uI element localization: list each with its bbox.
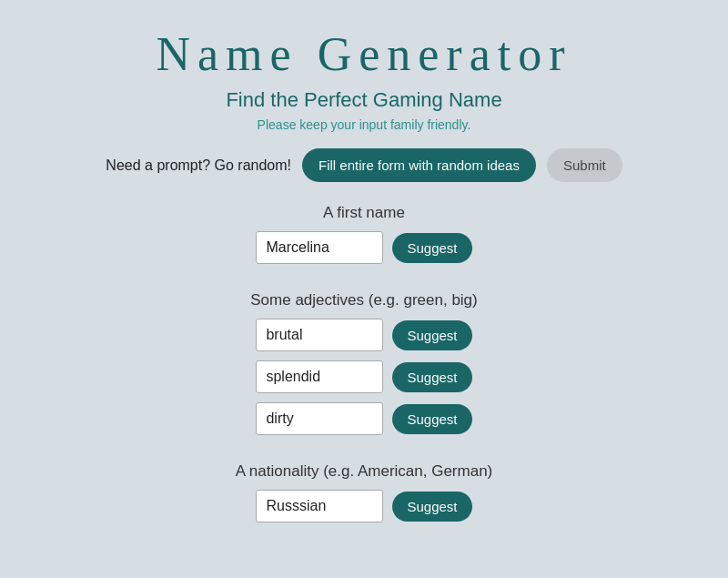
suggest-button-0-0[interactable]: Suggest — [392, 233, 471, 263]
input-row-1-2: Suggest — [256, 402, 471, 435]
input-row-0-0: Suggest — [256, 231, 471, 264]
input-row-1-0: Suggest — [256, 319, 471, 351]
fill-random-button[interactable]: Fill entire form with random ideas — [302, 148, 536, 182]
form-section-1: Some adjectives (e.g. green, big)Suggest… — [236, 291, 493, 444]
form-section-0: A first nameSuggest — [236, 204, 493, 273]
input-field-0-0[interactable] — [256, 231, 383, 264]
suggest-button-1-2[interactable]: Suggest — [392, 404, 471, 434]
section-label-1: Some adjectives (e.g. green, big) — [250, 291, 477, 309]
input-row-1-1: Suggest — [256, 360, 471, 393]
input-field-1-0[interactable] — [256, 319, 383, 351]
suggest-button-2-0[interactable]: Suggest — [392, 492, 471, 522]
form-sections: A first nameSuggestSome adjectives (e.g.… — [236, 204, 493, 550]
section-label-0: A first name — [323, 204, 405, 222]
suggest-button-1-0[interactable]: Suggest — [392, 320, 471, 350]
submit-button[interactable]: Submit — [547, 148, 622, 182]
prompt-text: Need a prompt? Go random! — [106, 157, 291, 174]
input-field-1-2[interactable] — [256, 402, 383, 435]
random-row: Need a prompt? Go random! Fill entire fo… — [106, 148, 622, 182]
input-field-2-0[interactable] — [256, 490, 383, 522]
input-field-1-1[interactable] — [256, 360, 383, 393]
suggest-button-1-1[interactable]: Suggest — [392, 362, 471, 392]
input-row-2-0: Suggest — [256, 490, 471, 522]
subtitle: Find the Perfect Gaming Name — [226, 88, 501, 112]
family-friendly-text: Please keep your input family friendly. — [258, 117, 471, 132]
page-title: Name Generator — [156, 27, 571, 81]
form-section-2: A nationality (e.g. American, German)Sug… — [236, 462, 493, 532]
section-label-2: A nationality (e.g. American, German) — [236, 462, 493, 481]
